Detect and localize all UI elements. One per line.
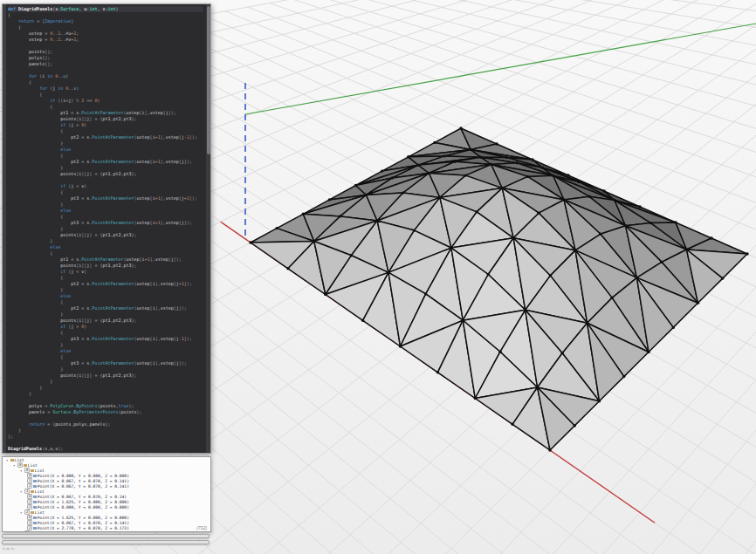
code-line[interactable]: polys = PolyCurve.ByPoints(points,true); [8, 403, 203, 409]
code-line[interactable]: else [8, 147, 203, 153]
code-line[interactable]: panels = Surface.ByPerimeterPoints(point… [8, 409, 203, 415]
list-icon [31, 511, 34, 515]
code-line[interactable] [8, 43, 203, 49]
code-line[interactable]: { [8, 104, 203, 110]
code-line[interactable]: } [8, 140, 203, 147]
code-line[interactable]: { [8, 354, 203, 360]
code-line[interactable]: pt2 = s.PointAtParameter(ustep[i+1],vste… [8, 159, 203, 165]
code-line[interactable]: points[]; [8, 49, 203, 55]
index-badge: 0 [17, 462, 23, 468]
code-line[interactable]: return = {points,polys,panels}; [8, 421, 203, 427]
code-line[interactable]: panels[]; [8, 61, 203, 67]
code-line[interactable]: { [8, 299, 203, 305]
code-line[interactable]: } [8, 165, 203, 171]
code-line[interactable] [8, 415, 203, 421]
code-scrollbar[interactable] [206, 4, 210, 453]
code-line[interactable]: { [8, 92, 203, 98]
code-line[interactable]: } [8, 385, 203, 391]
code-line[interactable]: pt2 = s.PointAtParameter(ustep[i+1],vste… [8, 134, 203, 140]
slider-node-v[interactable] [2, 540, 210, 544]
watch-row-label: Point(X = 0.000, Y = 0.000, Z = 0.000) [38, 505, 129, 510]
code-line[interactable]: points[i][j] = {pt1,pt2,pt3}; [8, 373, 203, 379]
watch-list-row[interactable]: ▾3List [4, 530, 209, 532]
code-line[interactable]: { [8, 189, 203, 195]
code-line[interactable]: { [8, 153, 203, 159]
code-line[interactable]: { [8, 250, 203, 256]
watch-row-label: List [28, 463, 38, 468]
code-line[interactable]: } [8, 238, 203, 244]
code-line[interactable]: { [8, 275, 203, 281]
expander-icon[interactable]: ▾ [6, 458, 10, 462]
expander-icon[interactable]: ▾ [20, 510, 24, 515]
code-block-node[interactable]: def DiagridPanels(s:Surface, u:int, v:in… [2, 3, 211, 454]
code-line[interactable]: points[i][j] = {pt1,pt2,pt3}; [8, 318, 203, 324]
code-line[interactable]: else [8, 208, 203, 214]
code-line[interactable]: { [8, 24, 203, 31]
watch-row-label: Point(X = 2.770, Y = 0.070, Z = 0.173) [38, 526, 129, 530]
code-line[interactable]: for (i in 0..u) [8, 73, 203, 79]
code-line[interactable]: { [8, 12, 203, 18]
expander-icon[interactable]: ▾ [20, 469, 24, 473]
code-line[interactable]: } [8, 202, 203, 208]
code-line[interactable]: } [8, 427, 203, 434]
code-line[interactable]: if ((i+j) % 2 == 0) [8, 98, 203, 104]
code-line[interactable]: pt3 = s.PointAtParameter(ustep[i+1],vste… [8, 220, 203, 226]
code-line[interactable]: }; [8, 434, 203, 440]
code-line[interactable]: ustep = 0..1..#u+1; [8, 31, 203, 37]
code-line[interactable]: else [8, 348, 203, 354]
code-line[interactable]: { [8, 214, 203, 220]
code-line[interactable]: pt3 = s.PointAtParameter(ustep[i],vstep[… [8, 336, 203, 342]
expander-icon[interactable]: ▾ [13, 463, 17, 468]
footer-ports-label: s;u;v; [3, 546, 15, 551]
code-editor[interactable]: def DiagridPanels(s:Surface, u:int, v:in… [3, 4, 206, 453]
code-line[interactable] [8, 177, 203, 183]
code-line[interactable]: pt2 = s.PointAtParameter(ustep[i],vstep[… [8, 281, 203, 287]
code-line[interactable]: } [8, 311, 203, 318]
code-line[interactable]: if (j < v) [8, 183, 203, 189]
code-line[interactable]: } [8, 287, 203, 293]
code-line[interactable]: else [8, 244, 203, 250]
watch-row-label: Point(X = 0.067, Y = 0.070, Z = 0.141) [38, 521, 129, 525]
watch-row-label: List [35, 489, 45, 494]
code-line[interactable]: points[i][j] = {pt1,pt2,pt3}; [8, 116, 203, 122]
code-line[interactable]: polys[]; [8, 55, 203, 61]
code-line[interactable]: { [8, 330, 203, 336]
code-line[interactable]: if (j < v) [8, 269, 203, 275]
code-line[interactable]: { [8, 128, 203, 134]
code-line[interactable]: points[i][j] = {pt1,pt2,pt3}; [8, 232, 203, 238]
code-line[interactable]: points[i][j] = {pt1,pt2,pt3}; [8, 263, 203, 269]
expander-icon[interactable]: ▾ [20, 531, 24, 532]
code-line[interactable]: pt3 = s.PointAtParameter(ustep[i+1],vste… [8, 195, 203, 202]
watch-row-label: Point(X = 0.000, Y = 0.000, Z = 0.000) [38, 474, 129, 478]
slider-node-u[interactable] [2, 534, 210, 538]
code-line[interactable]: } [8, 391, 203, 397]
code-line[interactable]: def DiagridPanels(s:Surface, u:int, v:in… [8, 6, 203, 12]
code-line[interactable]: } [8, 342, 203, 348]
code-line[interactable]: return = [Imperative] [8, 18, 203, 24]
code-line[interactable]: } [8, 366, 203, 373]
code-line[interactable]: points[i][j] = {pt1,pt2,pt3}; [8, 171, 203, 177]
code-line[interactable] [8, 397, 203, 403]
code-line[interactable]: } [8, 226, 203, 232]
point-icon [33, 501, 37, 504]
expander-icon[interactable]: ▾ [20, 489, 24, 494]
code-line[interactable]: pt2 = s.PointAtParameter(ustep[i],vstep[… [8, 305, 203, 311]
code-line[interactable]: pt1 = s.PointAtParameter(ustep[i],vstep[… [8, 110, 203, 116]
watch-node[interactable]: ▾List▾0List▾0List0Point(X = 0.000, Y = 0… [2, 456, 211, 532]
watch-row-label: List [35, 469, 45, 473]
code-line[interactable]: pt1 = s.PointAtParameter(ustep[i+1],vste… [8, 256, 203, 263]
watch-row-label: Point(X = 1.625, Y = 0.000, Z = 0.000) [38, 500, 129, 504]
code-line[interactable]: { [8, 79, 203, 85]
code-line[interactable] [8, 67, 203, 73]
scrollbar-thumb[interactable] [207, 6, 210, 154]
code-line[interactable]: if (j > 0) [8, 122, 203, 128]
code-line[interactable]: else [8, 293, 203, 299]
code-line[interactable]: if (j > 0) [8, 324, 203, 330]
code-line[interactable]: vstep = 0..1..#v+1; [8, 37, 203, 43]
code-line[interactable]: } [8, 379, 203, 385]
code-line[interactable]: DiagridPanels(s,u,v); [8, 446, 203, 452]
code-line[interactable]: for (j in 0..v) [8, 85, 203, 92]
code-line[interactable]: pt3 = s.PointAtParameter(ustep[i],vstep[… [8, 360, 203, 366]
point-icon [33, 485, 37, 489]
code-line[interactable] [8, 440, 203, 446]
